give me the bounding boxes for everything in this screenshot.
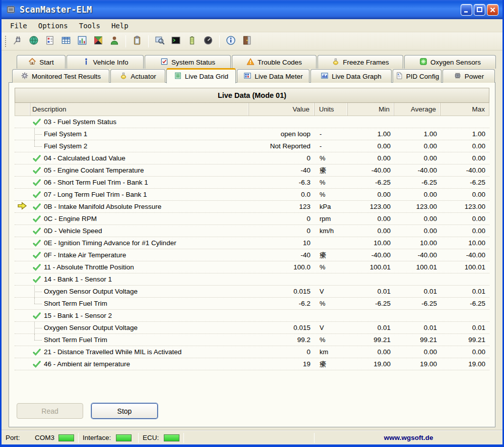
table-row[interactable]: 05 - Engine Coolant Temperature-40癳-40.0…: [15, 164, 489, 177]
cell-min: 123.00: [348, 201, 395, 212]
tab-pid-config[interactable]: PID Config: [393, 69, 442, 83]
user-toolbar-button[interactable]: [107, 34, 121, 48]
clipboard-icon: [132, 35, 142, 47]
cell-max: 1.00: [441, 128, 489, 140]
report-toolbar-button[interactable]: [43, 34, 57, 48]
cell-description: 14 - Bank 1 - Sensor 1: [30, 273, 249, 285]
current-row-arrow-icon: [17, 202, 27, 211]
cell-units: -: [315, 128, 348, 140]
status-port: Port: COM3: [2, 431, 78, 444]
supported-check-icon: [30, 346, 44, 358]
menu-item-help[interactable]: Help: [106, 20, 134, 31]
cell-average: 0.00: [395, 152, 441, 164]
tab-label: Oxygen Sensors: [430, 59, 481, 66]
tab-label: Actuator: [131, 73, 156, 80]
tab-live-data-grid[interactable]: Live Data Grid: [166, 68, 236, 83]
battery-toolbar-button[interactable]: [185, 34, 199, 48]
table-row[interactable]: 14 - Bank 1 - Sensor 1: [15, 273, 489, 286]
row-indicator-cell: [15, 177, 30, 188]
tab-monitored-test-results[interactable]: Monitored Test Results: [12, 69, 109, 83]
tab-live-data-graph[interactable]: Live Data Graph: [310, 69, 392, 83]
toolbar-gripper[interactable]: [5, 35, 7, 47]
chart-toolbar-button[interactable]: [75, 34, 89, 48]
table-row[interactable]: Oxygen Sensor Output Voltage0.015V0.010.…: [15, 286, 489, 298]
search-toolbar-button[interactable]: [153, 34, 167, 48]
table-row[interactable]: 46 - Ambient air temperature19癳19.0019.0…: [15, 358, 489, 370]
ecu-label: ECU:: [143, 434, 159, 441]
maximize-button[interactable]: [474, 4, 485, 16]
close-button[interactable]: [487, 4, 498, 16]
table-row[interactable]: 06 - Short Term Fuel Trim - Bank 1-6.3%-…: [15, 177, 489, 189]
table-row[interactable]: 0D - Vehicle Speed0km/h0.000.000.00: [15, 225, 489, 237]
tree-connector: [30, 286, 44, 297]
cell-average: 0.00: [395, 213, 441, 225]
table-row[interactable]: Short Term Fuel Trim99.2%99.2199.2199.21: [15, 334, 489, 346]
read-button[interactable]: Read: [17, 403, 83, 419]
supported-check-icon: [30, 164, 44, 176]
description-text: 21 - Distance Travelled While MIL is Act…: [44, 348, 181, 356]
menu-item-tools[interactable]: Tools: [74, 20, 106, 31]
connect-plug-toolbar-button[interactable]: [11, 34, 25, 48]
column-header-description[interactable]: Description: [30, 103, 249, 116]
table-row[interactable]: 0B - Intake Manifold Absolute Pressure12…: [15, 201, 489, 213]
cell-average: [395, 116, 441, 128]
cell-description: 21 - Distance Travelled While MIL is Act…: [30, 346, 249, 358]
tab-freeze-frames[interactable]: Freeze Frames: [318, 55, 403, 69]
menu-item-file[interactable]: File: [5, 20, 33, 31]
tree-line: [30, 322, 44, 333]
table-row[interactable]: 11 - Absolute Throttle Position100.0%100…: [15, 261, 489, 273]
cell-max: [441, 116, 489, 128]
tab-label: Power: [465, 73, 484, 80]
table-row[interactable]: 0E - Ignition Timing Advance for #1 Cyli…: [15, 237, 489, 249]
tab-label: Start: [39, 59, 54, 66]
terminal-toolbar-button[interactable]: [169, 34, 183, 48]
table-row[interactable]: 03 - Fuel System Status: [15, 116, 489, 128]
tab-oxygen-sensors[interactable]: Oxygen Sensors: [404, 55, 496, 69]
column-header-max[interactable]: Max: [440, 103, 489, 116]
table-toolbar-button[interactable]: [59, 34, 73, 48]
column-header-min[interactable]: Min: [348, 103, 394, 116]
cell-description: 04 - Calculated Load Value: [30, 152, 249, 164]
info-toolbar-button[interactable]: [224, 34, 238, 48]
tab-system-status[interactable]: System Status: [145, 55, 231, 69]
table-row[interactable]: 21 - Distance Travelled While MIL is Act…: [15, 346, 489, 358]
table-row[interactable]: Short Term Fuel Trim-6.2%-6.25-6.25-6.25: [15, 298, 489, 310]
cell-units: km/h: [315, 225, 348, 237]
ecu-led-indicator: [164, 434, 179, 441]
menu-item-options[interactable]: Options: [33, 20, 74, 31]
gauge-toolbar-button[interactable]: [201, 34, 215, 48]
clipboard-toolbar-button[interactable]: [130, 34, 144, 48]
tab-actuator[interactable]: Actuator: [110, 69, 165, 83]
tab-start[interactable]: Start: [17, 55, 66, 69]
tree-connector: [30, 334, 44, 346]
tab-live-data-meter[interactable]: Live Data Meter: [237, 69, 309, 83]
column-header-value[interactable]: Value: [249, 103, 314, 116]
table-row[interactable]: 0F - Intake Air Temperature-40癳-40.00-40…: [15, 249, 489, 261]
column-header-indicator[interactable]: [15, 103, 30, 116]
column-header-units[interactable]: Units: [314, 103, 348, 116]
checked-window-icon: [160, 58, 168, 67]
website-link[interactable]: www.wgsoft.de: [314, 431, 502, 444]
table-row[interactable]: Fuel System 2Not Reported-0.000.000.00: [15, 140, 489, 152]
table-row[interactable]: Oxygen Sensor Output Voltage0.015V0.010.…: [15, 322, 489, 334]
table-row[interactable]: 0C - Engine RPM0rpm0.000.000.00: [15, 213, 489, 225]
window-controls: [461, 4, 498, 16]
window-colors-toolbar-button[interactable]: [91, 34, 105, 48]
tab-power[interactable]: Power: [443, 69, 495, 83]
cell-average: 123.00: [395, 201, 441, 212]
table-row[interactable]: 04 - Calculated Load Value0%0.000.000.00: [15, 152, 489, 164]
column-header-average[interactable]: Average: [394, 103, 440, 116]
table-row[interactable]: 07 - Long Term Fuel Trim - Bank 10.0%0.0…: [15, 189, 489, 201]
toolbar-group: [129, 34, 145, 48]
minimize-button[interactable]: [461, 4, 472, 16]
table-row[interactable]: 15 - Bank 1 - Sensor 2: [15, 310, 489, 322]
globe-toolbar-button[interactable]: [27, 34, 41, 48]
window-colors-icon: [93, 35, 103, 47]
exit-toolbar-button[interactable]: [240, 34, 254, 48]
tab-content: Live Data (Mode 01) DescriptionValueUnit…: [2, 82, 502, 430]
stop-button[interactable]: Stop: [91, 403, 158, 419]
cell-min: 0.00: [348, 152, 395, 164]
tab-vehicle-info[interactable]: Vehicle Info: [67, 55, 144, 69]
tab-trouble-codes[interactable]: Trouble Codes: [232, 55, 317, 69]
table-row[interactable]: Fuel System 1open loop-1.001.001.00: [15, 128, 489, 140]
